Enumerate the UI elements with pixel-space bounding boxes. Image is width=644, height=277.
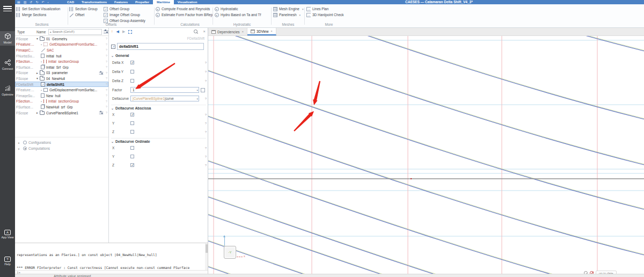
sort-asc-icon[interactable]: ▴: [50, 30, 52, 33]
sliders-icon[interactable]: [99, 71, 104, 75]
tree-row-initial-srf-grp[interactable]: FSurface...Initial_Srf_Grp?: [15, 64, 108, 70]
ordinate-y-checkbox[interactable]: [130, 155, 134, 158]
hydro-ta-tf-button[interactable]: Hydro Based on Ta and Tf: [215, 12, 269, 18]
tree-row-getdisplacement-2[interactable]: FFeature:...GetDisplacementFromSurfac...…: [15, 87, 108, 93]
tree-row-getdisplacement[interactable]: FFeature:...GetDisplacementFromSurfac...…: [15, 42, 108, 48]
column-name[interactable]: Name: [36, 30, 48, 34]
save-icon[interactable]: ▤: [17, 0, 20, 4]
image-offset-group-button[interactable]: Image Offset Group: [104, 12, 145, 18]
abscissa-y-checkbox[interactable]: [130, 121, 134, 125]
tab-transformations[interactable]: Transformations: [78, 0, 111, 4]
offset-button[interactable]: Offset: [69, 12, 100, 18]
tab-visualization[interactable]: Visualization: [174, 0, 201, 4]
help-glyph[interactable]: ?: [205, 79, 207, 83]
export-icon[interactable]: ▥: [24, 0, 27, 4]
close-icon[interactable]: ×: [270, 30, 273, 33]
deltacurve-input[interactable]: |CurvePlaneBSpline1 |curve ▾: [130, 96, 199, 101]
panelmesh-button[interactable]: Panelmesh▾: [273, 12, 303, 18]
orientation-cube[interactable]: -Y: [224, 246, 236, 259]
delta-y-checkbox[interactable]: [130, 70, 134, 74]
expander-icon[interactable]: [18, 141, 21, 144]
rail-item-optimize[interactable]: Optimize: [0, 85, 15, 96]
help-glyph[interactable]: ?: [205, 147, 207, 150]
tree-row-deltashift1[interactable]: FDeltaShiftdeltaShift1?: [15, 82, 108, 88]
rail-item-app-view[interactable]: App View: [0, 230, 15, 239]
object-name-input[interactable]: [117, 43, 204, 50]
hydrostatic-button[interactable]: Hydrostatic: [215, 6, 269, 12]
offset-group-button[interactable]: Offset Group: [104, 6, 145, 12]
tab-3dview[interactable]: 3DView×: [247, 28, 276, 35]
tree-row-03-parameter[interactable]: FScope03_parameter?: [15, 70, 108, 76]
hardpoint-check-button[interactable]: 3D Hardpoint Check: [306, 12, 352, 18]
delta-x-checkbox[interactable]: [130, 61, 134, 64]
tab-dependencies[interactable]: Dependencies×: [208, 28, 247, 35]
factor-options-button[interactable]: [201, 88, 205, 92]
merge-sections-button[interactable]: Merge Sections: [16, 12, 68, 18]
rail-item-connect[interactable]: Connect: [0, 59, 15, 70]
radio-icon[interactable]: [23, 141, 27, 144]
tab-maritime[interactable]: Maritime: [153, 0, 174, 4]
estimate-form-factor-button[interactable]: Estimate Form Factor from BRep: [156, 12, 224, 18]
expander-icon[interactable]: [18, 147, 21, 150]
close-icon[interactable]: ×: [203, 29, 206, 34]
help-glyph[interactable]: ?: [205, 122, 207, 125]
lines-plan-button[interactable]: Lines Plan: [306, 6, 352, 12]
search-box[interactable]: ▴: [48, 29, 102, 35]
back-icon[interactable]: ◀: [116, 29, 119, 34]
menu-icon[interactable]: [3, 6, 12, 11]
section-general[interactable]: ⌄General: [111, 53, 206, 57]
tree-row-initial-sectiongroup[interactable]: FSection...initial_sectionGroup?: [15, 59, 108, 64]
quick-access-toolbar[interactable]: ▤▥↺↻↶‹: [17, 0, 48, 4]
tab-cad[interactable]: CAD: [63, 0, 78, 4]
tree-row-initial-hull[interactable]: FNurbsSu...initial_hull?: [15, 53, 108, 59]
tree-row-initial-sectiongroup-2[interactable]: FSection...initial_sectionGroup?: [15, 99, 108, 105]
radio-selected-icon[interactable]: [23, 147, 27, 150]
sliders-icon[interactable]: [99, 111, 104, 115]
expand-icon[interactable]: [128, 30, 132, 34]
console-scrollbar[interactable]: [205, 243, 208, 270]
configurations-item[interactable]: Configurations: [15, 140, 108, 145]
section-group-button[interactable]: Section Group: [69, 6, 100, 12]
help-glyph[interactable]: ?: [205, 70, 207, 74]
chevron-down-icon[interactable]: ▾: [196, 89, 198, 92]
help-glyph[interactable]: ?: [205, 61, 207, 64]
tab-propeller[interactable]: Propeller: [131, 0, 153, 4]
tree-row-sac[interactable]: FImageC...SAC?: [15, 47, 108, 53]
tree-row-curveplanebspline1[interactable]: FScopeCurvePlaneBSpline1?: [15, 110, 108, 116]
tab-features[interactable]: Features: [111, 0, 131, 4]
viewport-canvas[interactable]: -Y x up to date: [208, 36, 644, 274]
compute-froude-reynolds-button[interactable]: Compute Froude and Reynolds: [156, 6, 224, 12]
section-deltacurve-ordinate[interactable]: ⌄Deltacurve Ordinate: [111, 138, 206, 143]
search-icon[interactable]: [194, 30, 198, 34]
ordinate-x-checkbox[interactable]: [130, 146, 134, 150]
help-glyph[interactable]: ?: [205, 130, 207, 134]
tree-row-newhull-srf-grp[interactable]: FSurface...NewHull_srf_Grp?: [15, 104, 108, 110]
set-section-visualization-button[interactable]: Set Section Visualization: [16, 6, 68, 12]
forward-icon[interactable]: ▶: [122, 29, 125, 34]
back-icon[interactable]: ‹: [47, 0, 48, 4]
refresh-icon[interactable]: ↶: [41, 0, 44, 4]
column-type[interactable]: Type: [17, 30, 36, 34]
abscissa-x-checkbox[interactable]: [130, 113, 134, 116]
scrollbar-thumb[interactable]: [206, 244, 208, 253]
undo-icon[interactable]: ↺: [30, 0, 32, 4]
redo-icon[interactable]: ↻: [35, 0, 38, 4]
help-glyph[interactable]: ?: [205, 155, 207, 158]
help-glyph[interactable]: ?: [205, 164, 207, 167]
ordinate-z-checkbox[interactable]: [130, 163, 134, 167]
rail-item-model[interactable]: Model: [0, 31, 15, 46]
factor-input[interactable]: [131, 88, 191, 92]
tree-row-new-hull[interactable]: FImageSu...New_hull?: [15, 93, 108, 99]
delta-z-checkbox[interactable]: [130, 79, 134, 83]
search-input[interactable]: [53, 30, 96, 33]
mesh-engine-button[interactable]: Mesh Engine▾: [273, 6, 303, 12]
section-deltacurve-abscissa[interactable]: ⌄Deltacurve Abscissa: [111, 105, 206, 110]
rail-item-help[interactable]: Help: [0, 257, 15, 266]
filter-icon[interactable]: [104, 30, 108, 34]
help-glyph[interactable]: ?: [205, 97, 207, 100]
tree-row-01-geometry[interactable]: FScope01_Geometry?: [15, 36, 108, 42]
go-up-icon[interactable]: ↑: [111, 29, 113, 34]
tree-row-04-newhull[interactable]: FScope04_NewHull?: [15, 76, 108, 82]
computations-item[interactable]: Computations: [15, 145, 108, 151]
close-icon[interactable]: ×: [242, 30, 244, 33]
